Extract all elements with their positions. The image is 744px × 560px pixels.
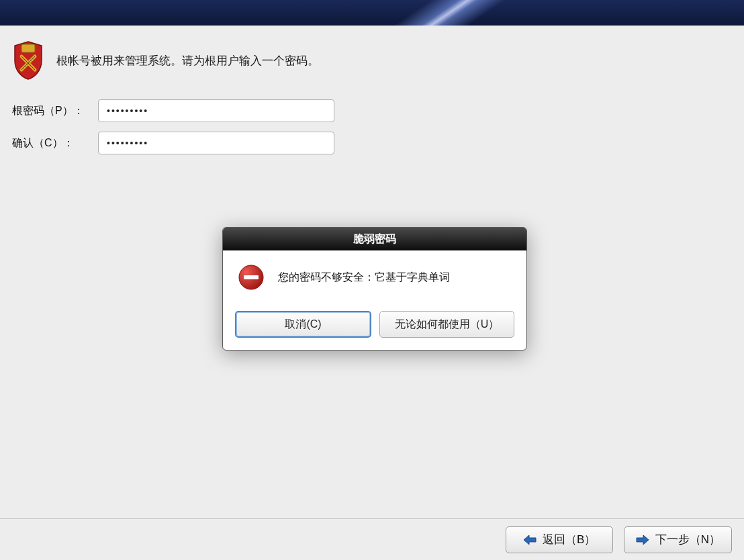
intro-row: 根帐号被用来管理系统。请为根用户输入一个密码。 bbox=[12, 40, 732, 81]
next-button-label: 下一步（N） bbox=[655, 532, 720, 547]
dialog-body: 您的密码不够安全：它基于字典单词 bbox=[223, 250, 526, 297]
footer-nav: 返回（B） 下一步（N） bbox=[0, 518, 744, 560]
password-form: 根密码（P）： 确认（C）： bbox=[12, 99, 732, 154]
top-banner bbox=[0, 0, 744, 26]
svg-rect-2 bbox=[244, 275, 259, 279]
dialog-button-row: 取消(C) 无论如何都使用（U） bbox=[223, 297, 526, 350]
back-button[interactable]: 返回（B） bbox=[506, 526, 613, 553]
svg-rect-0 bbox=[21, 44, 35, 52]
confirm-password-input[interactable] bbox=[98, 132, 334, 154]
main-content: 根帐号被用来管理系统。请为根用户输入一个密码。 根密码（P）： 确认（C）： bbox=[0, 26, 744, 179]
back-button-label: 返回（B） bbox=[543, 532, 596, 547]
confirm-password-label: 确认（C）： bbox=[12, 136, 98, 150]
confirm-password-row: 确认（C）： bbox=[12, 132, 732, 154]
dialog-message: 您的密码不够安全：它基于字典单词 bbox=[278, 271, 450, 285]
weak-password-dialog: 脆弱密码 您的密码不够安全：它基于字典单词 取消(C) 无论如何都使用（U） bbox=[222, 227, 527, 351]
next-button[interactable]: 下一步（N） bbox=[624, 526, 732, 553]
arrow-left-icon bbox=[522, 534, 537, 546]
root-password-input[interactable] bbox=[98, 99, 334, 122]
use-anyway-button[interactable]: 无论如何都使用（U） bbox=[379, 311, 514, 338]
banner-flare bbox=[369, 0, 528, 26]
root-password-label: 根密码（P）： bbox=[12, 104, 98, 118]
error-icon bbox=[238, 264, 265, 291]
dialog-title: 脆弱密码 bbox=[223, 228, 526, 250]
intro-text: 根帐号被用来管理系统。请为根用户输入一个密码。 bbox=[56, 53, 319, 68]
arrow-right-icon bbox=[635, 534, 650, 546]
shield-icon bbox=[12, 40, 44, 81]
root-password-row: 根密码（P）： bbox=[12, 99, 732, 122]
cancel-button[interactable]: 取消(C) bbox=[235, 311, 371, 338]
